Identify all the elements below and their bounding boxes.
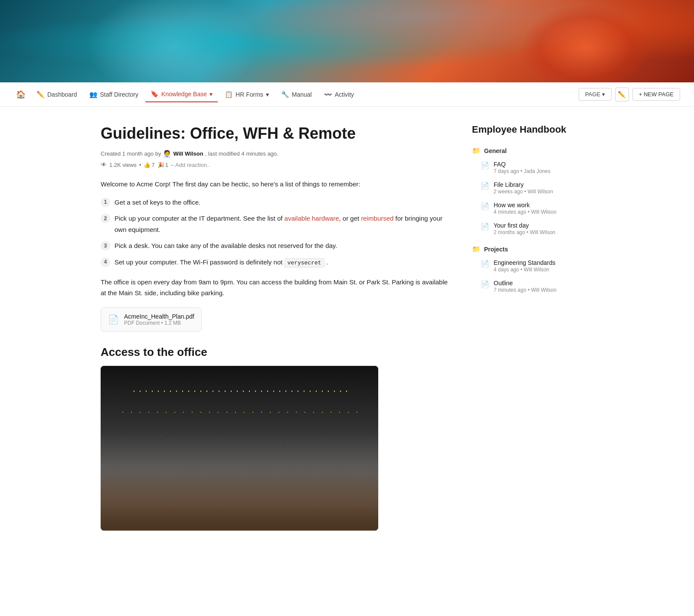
attachment[interactable]: 📄 AcmeInc_Health_Plan.pdf PDF Document •… (101, 307, 202, 332)
faq-meta: 7 days ago • Jada Jones (494, 168, 590, 174)
doc-engineering-icon: 📄 (481, 260, 489, 268)
home-nav-icon[interactable]: 🏠 (14, 88, 28, 101)
author-avatar: 🧑‍💼 (163, 150, 171, 158)
nav-label-dashboard: Dashboard (47, 91, 77, 98)
attachment-icon: 📄 (108, 314, 119, 325)
how-we-work-time: 4 minutes ago (494, 209, 526, 215)
faq-author: Jada Jones (524, 168, 550, 174)
sidebar-group-projects[interactable]: 📁 Projects (472, 242, 593, 256)
sidebar-title: Employee Handbook (472, 124, 593, 135)
knowledge-base-dropdown-icon: ▾ (210, 91, 213, 98)
office-lights-1 (101, 432, 378, 433)
nav-label-manual: Manual (292, 91, 312, 98)
list-item-2-middle: , or get (339, 215, 361, 222)
list-num-4: 4 (101, 257, 110, 267)
sidebar-item-faq[interactable]: 📄 FAQ 7 days ago • Jada Jones (475, 157, 593, 178)
nav-item-hr-forms[interactable]: 📋 HR Forms ▾ (219, 87, 274, 102)
list-item-3-text: Pick a desk. You can take any of the ava… (115, 240, 337, 251)
section2-title: Access to the office (101, 345, 451, 359)
outline-content: Outline 7 minutes ago • Will Wilson (494, 280, 590, 293)
edit-icon: ✏️ (618, 91, 626, 98)
doc-outline-icon: 📄 (481, 280, 489, 288)
sidebar-item-your-first-day[interactable]: 📄 Your first day 2 months ago • Will Wil… (475, 218, 593, 239)
activity-icon: 〰️ (324, 91, 332, 98)
party-reaction[interactable]: 🎉 1 (157, 162, 168, 168)
page-button-label: PAGE ▾ (585, 91, 605, 98)
thumbs-count: 7 (151, 162, 154, 168)
office-lights-2 (101, 448, 378, 449)
how-we-work-author: Will Wilson (531, 209, 557, 215)
sidebar-group-projects-label: Projects (484, 246, 508, 253)
engineering-title: Engineering Standards (494, 259, 590, 266)
article-title: Guidelines: Office, WFH & Remote (101, 124, 451, 143)
outline-title: Outline (494, 280, 590, 287)
your-first-day-author: Will Wilson (530, 229, 556, 235)
doc-how-we-work-icon: 📄 (481, 202, 489, 210)
engineering-time: 4 days ago (494, 267, 519, 273)
list-item: 1 Get a set of keys to the office. (101, 197, 451, 208)
attachment-filename: AcmeInc_Health_Plan.pdf (124, 313, 194, 320)
faq-title: FAQ (494, 161, 590, 168)
page-button[interactable]: PAGE ▾ (579, 88, 612, 101)
nav-label-staff-directory: Staff Directory (100, 91, 138, 98)
sidebar-group-general-label: General (484, 147, 507, 154)
list-item-2-before: Pick up your computer at the IT departme… (115, 215, 285, 222)
staff-directory-icon: 👥 (89, 91, 98, 98)
list-item-1-text: Get a set of keys to the office. (115, 197, 200, 208)
outline-time: 7 minutes ago (494, 287, 526, 293)
file-library-author: Will Wilson (527, 189, 553, 195)
available-hardware-link[interactable]: available hardware (285, 215, 339, 222)
how-we-work-content: How we work 4 minutes ago • Will Wilson (494, 202, 590, 215)
nav-items: ✏️ Dashboard 👥 Staff Directory 🔖 Knowled… (31, 87, 575, 102)
new-page-button[interactable]: + NEW PAGE (632, 88, 680, 101)
doc-file-library-icon: 📄 (481, 182, 489, 190)
sidebar-section-general: 📁 General 📄 FAQ 7 days ago • Jada Jones … (472, 144, 593, 239)
author-name[interactable]: Will Wilson (173, 150, 203, 157)
knowledge-base-icon: 🔖 (151, 90, 159, 98)
nav-item-knowledge-base[interactable]: 🔖 Knowledge Base ▾ (145, 87, 218, 102)
dashboard-icon: ✏️ (36, 91, 45, 98)
views-count: 1.2K views (109, 162, 137, 168)
nav-item-staff-directory[interactable]: 👥 Staff Directory (84, 87, 144, 102)
sidebar-general-items: 📄 FAQ 7 days ago • Jada Jones 📄 File Lib… (475, 157, 593, 239)
your-first-day-meta: 2 months ago • Will Wilson (494, 229, 590, 235)
views-icon: 👁 (101, 161, 107, 168)
nav-item-manual[interactable]: 🔧 Manual (276, 87, 317, 102)
faq-time: 7 days ago (494, 168, 519, 174)
thumbs-emoji: 👍 (144, 162, 151, 168)
edit-button[interactable]: ✏️ (615, 88, 629, 101)
main-container: Guidelines: Office, WFH & Remote Created… (87, 107, 607, 548)
new-page-label: + NEW PAGE (639, 91, 674, 98)
list-item: 3 Pick a desk. You can take any of the a… (101, 240, 451, 251)
wifi-password-code: verysecret (285, 258, 324, 267)
hr-forms-dropdown-icon: ▾ (266, 91, 269, 98)
your-first-day-time: 2 months ago (494, 229, 525, 235)
list-item-4-before: Set up your computer. The Wi-Fi password… (115, 258, 285, 266)
nav-item-dashboard[interactable]: ✏️ Dashboard (31, 87, 82, 102)
office-image (101, 366, 378, 531)
party-count: 1 (165, 162, 168, 168)
nav-item-activity[interactable]: 〰️ Activity (319, 87, 359, 102)
navbar: 🏠 ✏️ Dashboard 👥 Staff Directory 🔖 Knowl… (0, 82, 694, 107)
article-body: Welcome to Acme Corp! The first day can … (101, 179, 451, 299)
sidebar: Employee Handbook 📁 General 📄 FAQ 7 days… (472, 124, 593, 531)
hero-banner (0, 0, 694, 82)
sidebar-group-general[interactable]: 📁 General (472, 144, 593, 157)
file-library-content: File Library 2 weeks ago • Will Wilson (494, 181, 590, 195)
reactions-bar: 👁 1.2K views • 👍 7 🎉 1 – Add reaction.. (101, 161, 451, 168)
nav-label-knowledge-base: Knowledge Base (161, 91, 207, 98)
file-library-title: File Library (494, 181, 590, 188)
outline-author: Will Wilson (531, 287, 557, 293)
sidebar-projects-items: 📄 Engineering Standards 4 days ago • Wil… (475, 256, 593, 297)
sidebar-item-file-library[interactable]: 📄 File Library 2 weeks ago • Will Wilson (475, 178, 593, 198)
add-reaction-button[interactable]: – Add reaction.. (171, 162, 210, 168)
article-meta: Created 1 month ago by 🧑‍💼 Will Wilson ,… (101, 150, 451, 158)
thumbs-reaction[interactable]: 👍 7 (144, 162, 154, 168)
reimbursed-link[interactable]: reimbursed (361, 215, 393, 222)
party-emoji: 🎉 (157, 162, 164, 168)
sidebar-item-how-we-work[interactable]: 📄 How we work 4 minutes ago • Will Wilso… (475, 198, 593, 218)
list-num-1: 1 (101, 198, 110, 207)
sidebar-item-engineering-standards[interactable]: 📄 Engineering Standards 4 days ago • Wil… (475, 256, 593, 276)
sidebar-item-outline[interactable]: 📄 Outline 7 minutes ago • Will Wilson (475, 276, 593, 297)
meta-suffix: , last modified 4 minutes ago. (205, 150, 278, 157)
